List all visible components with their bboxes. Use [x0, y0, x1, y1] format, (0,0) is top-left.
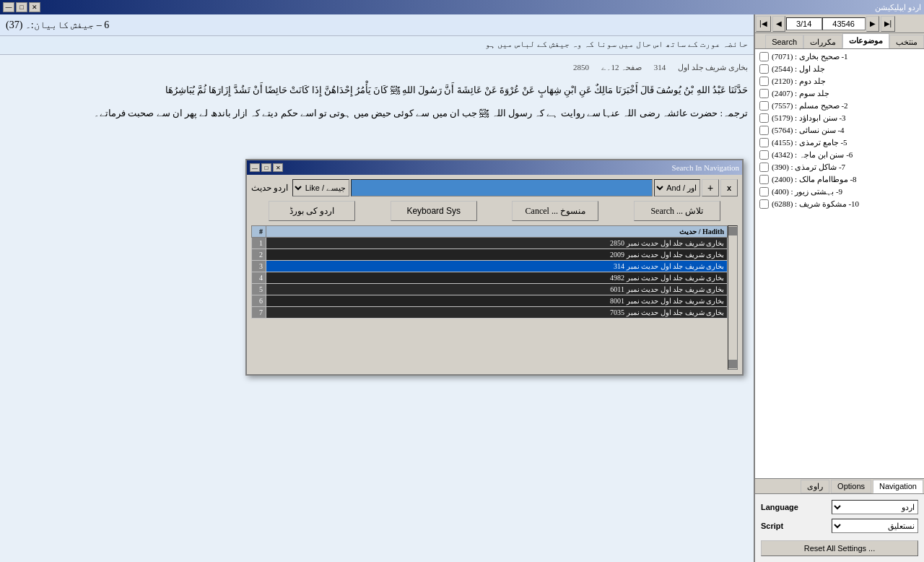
hadith-text-2: ترجمہ: حضرت عائشہ رضی اللہ عنہا سے روایت… [6, 104, 748, 123]
tree-checkbox-bukhari-v1[interactable] [759, 64, 769, 74]
tab-search[interactable]: Search [765, 35, 803, 48]
tree-label-muwatta: 8- موطاامام مالک : (2400) [772, 175, 857, 184]
sub-title: حائضہ عورت کے ساتھ اس حال میں سونا کہ وہ… [485, 39, 748, 49]
tree-label-ibnmajah: 6- سنن ابن ماجہ : (4342) [772, 150, 853, 160]
tree-item-nasai[interactable]: 4- سنن نسائی : (5764) [757, 124, 923, 137]
right-panel: |◀ ◀ 3/14 43546 ▶ ▶| منتخب موضوعات مکررا… [754, 14, 924, 562]
tree-item-abudaud[interactable]: 3- سنن ابوداؤد : (5179) [757, 112, 923, 124]
tree-checkbox-bukhari[interactable] [759, 52, 769, 61]
result-row[interactable]: بخاری شریف جلد اول حدیث نمبر 80016 [252, 295, 728, 307]
maximize-btn[interactable]: □ [16, 2, 27, 12]
result-num: 3 [252, 261, 266, 272]
dialog-restore[interactable]: □ [261, 163, 271, 172]
tree-item-ibnmajah[interactable]: 6- سنن ابن ماجہ : (4342) [757, 149, 923, 161]
minimize-btn[interactable]: — [3, 2, 14, 12]
result-row[interactable]: بخاری شریف جلد اول حدیث نمبر 20092 [252, 249, 728, 261]
hadith-label: اردو حدیث [251, 183, 288, 194]
tree-label-bukhari: 1- صحیح بخاری : (7071) [772, 52, 848, 61]
search-input[interactable] [351, 179, 653, 196]
result-row[interactable]: بخاری شریف جلد اول حدیث نمبر 3143 [252, 261, 728, 272]
language-select[interactable]: اردو English [832, 500, 918, 514]
reset-btn[interactable]: Reset All Settings ... [761, 540, 918, 556]
result-row[interactable]: بخاری شریف جلد اول حدیث نمبر 49824 [252, 272, 728, 284]
tab-mawzuat[interactable]: موضوعات [842, 33, 889, 48]
tree-checkbox-mishkat[interactable] [759, 199, 769, 209]
tree-checkbox-shakil[interactable] [759, 163, 769, 172]
dialog-controls[interactable]: — □ ✕ [250, 163, 283, 172]
last-btn[interactable]: ▶| [881, 16, 896, 32]
result-num: 7 [252, 307, 266, 319]
urdu-keyboard-btn[interactable]: اردو کی بورڈ [269, 201, 355, 221]
match-select[interactable]: جیسے / Like [292, 179, 349, 196]
content-body: بخاری شریف جلد اول 314 صفحہ 12۔ے 2850 حَ… [0, 55, 754, 129]
tree-checkbox-ibnmajah[interactable] [759, 150, 769, 160]
hadith-text-1: حَدَّثَنَا عَبْدُ اللهِ بْنُ يُوسُفَ قَا… [6, 81, 748, 100]
result-row[interactable]: بخاری شریف جلد اول حدیث نمبر 70357 [252, 307, 728, 319]
language-row: اردو English Language [761, 500, 918, 514]
search-input-row: x + اور / And جیسے / Like اردو حدیث [251, 179, 738, 196]
tree-checkbox-muwatta[interactable] [759, 175, 769, 184]
search-dialog: — □ ✕ Search In Navigation x + اور / And… [245, 159, 744, 376]
tree-item-mishkat[interactable]: 10- مشکوة شریف : (6288) [757, 198, 923, 210]
tree-checkbox-abudaud[interactable] [759, 113, 769, 123]
tab-rawi[interactable]: راوی [801, 480, 829, 493]
tree-item-muwatta[interactable]: 8- موطاامام مالک : (2400) [757, 173, 923, 186]
result-text: بخاری شریف جلد اول حدیث نمبر 2850 [266, 238, 728, 249]
result-text: بخاری شریف جلد اول حدیث نمبر 4982 [266, 272, 728, 284]
tree-checkbox-muslim[interactable] [759, 101, 769, 111]
tree-item-bukhari-v1[interactable]: جلد اول : (2544) [757, 63, 923, 75]
bottom-tabs: Navigation Options راوی [755, 478, 924, 494]
keyboard-sys-btn[interactable]: Keyboard Sys [391, 201, 477, 221]
result-text: بخاری شریف جلد اول حدیث نمبر 314 [266, 261, 728, 272]
tab-options[interactable]: Options [831, 480, 871, 493]
result-text: بخاری شریف جلد اول حدیث نمبر 8001 [266, 295, 728, 307]
page-current: 3/14 [786, 17, 822, 30]
result-row[interactable]: بخاری شریف جلد اول حدیث نمبر 28501 [252, 238, 728, 249]
settings-area: اردو English Language نستعلیق نسخ Script… [755, 494, 924, 562]
results-header-num: # [252, 226, 266, 238]
content-area: 6 – جیفش کابیان:۔ (37) حائضہ عورت کے سات… [0, 14, 754, 562]
tree-checkbox-bukhari-v3[interactable] [759, 89, 769, 98]
titlebar-controls[interactable]: — □ ✕ [3, 2, 40, 12]
dialog-minimize[interactable]: — [250, 163, 260, 172]
tree-item-bukhari-v3[interactable]: جلد سوم : (2407) [757, 87, 923, 100]
condition-select[interactable]: اور / And [654, 179, 700, 196]
tree-checkbox-bahishti[interactable] [759, 187, 769, 196]
results-scrollbar[interactable] [728, 225, 738, 370]
page-ref: بخاری شریف جلد اول 314 صفحہ 12۔ے 2850 [6, 61, 748, 75]
dialog-title: Search In Navigation [672, 163, 739, 172]
results-table-wrap: Hadith / حدیث # بخاری شریف جلد اول حدیث … [251, 225, 728, 370]
x-clear-btn[interactable]: x [720, 179, 738, 196]
titlebar-title: اردو ایپلیکیشن [875, 3, 921, 12]
tree-item-shakil[interactable]: 7- شاکل ترمذی : (390) [757, 161, 923, 173]
tree-label-nasai: 4- سنن نسائی : (5764) [772, 126, 845, 135]
first-btn[interactable]: |◀ [756, 16, 771, 32]
button-row: تلاش ... Search منسوخ ... Cancel Keyboar… [251, 201, 738, 221]
next-btn[interactable]: ▶ [866, 16, 879, 32]
tree-item-tirmidhi[interactable]: 5- جامع ترمذی : (4155) [757, 137, 923, 149]
tab-muntakhab[interactable]: منتخب [889, 35, 924, 48]
search-btn[interactable]: تلاش ... Search [634, 201, 720, 221]
prev-btn[interactable]: ◀ [772, 16, 785, 32]
tree-checkbox-bukhari-v2[interactable] [759, 77, 769, 86]
script-select[interactable]: نستعلیق نسخ [832, 519, 918, 533]
tree-checkbox-nasai[interactable] [759, 126, 769, 135]
page-total: 43546 [822, 17, 866, 30]
script-row: نستعلیق نسخ Script [761, 519, 918, 533]
close-btn[interactable]: ✕ [29, 2, 40, 12]
right-tabs: منتخب موضوعات مکررات Search [755, 33, 924, 49]
result-num: 6 [252, 295, 266, 307]
results-table: Hadith / حدیث # بخاری شریف جلد اول حدیث … [251, 225, 728, 319]
plus-btn[interactable]: + [702, 179, 719, 196]
result-row[interactable]: بخاری شریف جلد اول حدیث نمبر 60115 [252, 284, 728, 295]
tree-item-bahishti[interactable]: 9- بہشتی زیور : (400) [757, 186, 923, 198]
tab-navigation[interactable]: Navigation [873, 480, 923, 493]
tab-mukararat[interactable]: مکررات [803, 35, 842, 48]
tree-item-bukhari[interactable]: 1- صحیح بخاری : (7071) [757, 51, 923, 63]
tree-item-muslim[interactable]: 2- صحیح مسلم : (7557) [757, 100, 923, 112]
tree-item-bukhari-v2[interactable]: جلد دوم : (2120) [757, 75, 923, 87]
cancel-btn[interactable]: منسوخ ... Cancel [512, 201, 598, 221]
tree-checkbox-tirmidhi[interactable] [759, 138, 769, 147]
titlebar: — □ ✕ اردو ایپلیکیشن [0, 0, 924, 14]
dialog-close[interactable]: ✕ [273, 163, 283, 172]
